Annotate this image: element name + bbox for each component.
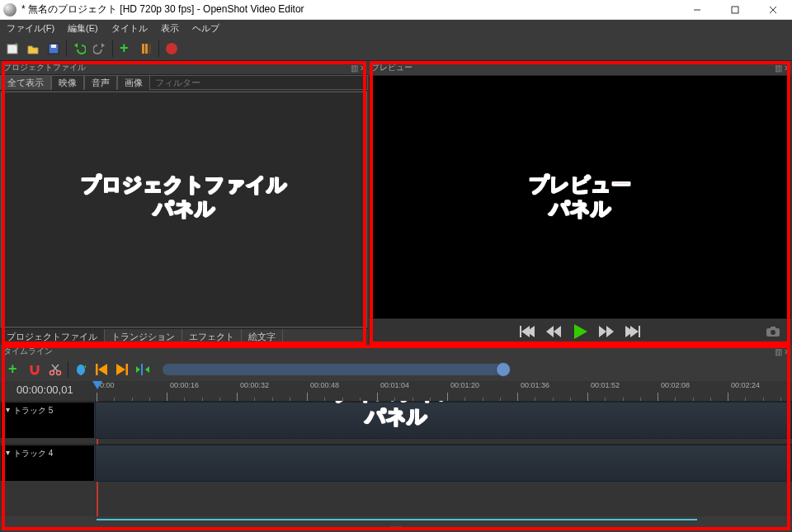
- play-icon[interactable]: [573, 324, 587, 341]
- menu-help[interactable]: ヘルプ: [186, 21, 226, 36]
- svg-rect-38: [141, 364, 143, 375]
- annotation-preview-line1: プレビュー: [370, 173, 790, 197]
- undo-button[interactable]: [70, 40, 88, 58]
- preview-close-icon[interactable]: ✕: [784, 64, 790, 73]
- app-icon: [3, 3, 16, 16]
- svg-point-12: [166, 43, 177, 54]
- rewind-icon[interactable]: [546, 326, 561, 339]
- project-files-panel-header: プロジェクトファイル ▥ ✕: [0, 61, 368, 74]
- svg-marker-37: [136, 366, 140, 373]
- preview-panel: プレビュー ▥ ✕ プレビュー パネル: [368, 61, 792, 345]
- tab-emoji[interactable]: 絵文字: [242, 329, 283, 345]
- svg-text:+: +: [14, 42, 18, 49]
- timeline-ruler[interactable]: 00:00:00,01 0:0000:00:1600:00:3200:00:48…: [0, 381, 792, 401]
- playhead-icon[interactable]: [92, 381, 102, 389]
- save-project-button[interactable]: [45, 40, 63, 58]
- svg-marker-34: [98, 364, 107, 375]
- snap-button[interactable]: [26, 360, 44, 379]
- timeline-panel: タイムライン ▥ ✕ + + 00:00:00,01 0:0000:00:160…: [0, 345, 792, 532]
- svg-marker-19: [599, 326, 606, 337]
- svg-rect-10: [145, 44, 148, 54]
- chevron-down-icon[interactable]: ▾: [6, 448, 10, 457]
- maximize-button[interactable]: [716, 0, 754, 20]
- menu-file[interactable]: ファイル(F): [0, 21, 61, 36]
- timeline-close-icon[interactable]: ✕: [784, 347, 790, 356]
- svg-marker-35: [116, 364, 125, 375]
- minimize-button[interactable]: [678, 0, 716, 20]
- add-track-button[interactable]: +: [5, 360, 23, 379]
- filter-tab-video[interactable]: 映像: [51, 75, 84, 90]
- menu-edit[interactable]: 編集(E): [61, 21, 105, 36]
- track-row: ▾ トラック 5: [0, 401, 792, 439]
- track-row: ▾ トラック 4: [0, 444, 792, 482]
- project-files-area[interactable]: プロジェクトファイル パネル: [1, 92, 367, 327]
- new-project-button[interactable]: +: [3, 40, 21, 58]
- next-marker-button[interactable]: [113, 360, 131, 379]
- svg-marker-39: [145, 366, 149, 373]
- annotation-preview-line2: パネル: [370, 197, 790, 221]
- window-titlebar: * 無名のプロジェクト [HD 720p 30 fps] - OpenShot …: [0, 0, 792, 20]
- import-files-button[interactable]: +: [116, 40, 134, 58]
- menu-title[interactable]: タイトル: [105, 21, 154, 36]
- annotation-project-line1: プロジェクトファイル: [2, 173, 366, 197]
- close-button[interactable]: [754, 0, 792, 20]
- filter-tab-audio[interactable]: 音声: [84, 75, 117, 90]
- svg-rect-33: [96, 364, 98, 375]
- fastforward-icon[interactable]: [599, 326, 614, 339]
- menu-view[interactable]: 表示: [154, 21, 186, 36]
- filter-tab-image[interactable]: 画像: [117, 75, 150, 90]
- timecode-display: 00:00:00,01: [16, 384, 73, 396]
- svg-rect-23: [639, 326, 640, 337]
- export-button[interactable]: [163, 40, 181, 58]
- svg-line-30: [53, 365, 59, 371]
- filter-input[interactable]: [150, 75, 368, 90]
- svg-rect-1: [732, 7, 738, 13]
- undock-icon[interactable]: ▥: [351, 64, 358, 73]
- preview-viewport[interactable]: プレビュー パネル: [369, 75, 791, 319]
- jump-start-icon[interactable]: [520, 326, 535, 339]
- annotation-project-line2: パネル: [2, 197, 366, 221]
- svg-point-25: [771, 330, 776, 335]
- close-panel-icon[interactable]: ✕: [360, 64, 366, 73]
- open-project-button[interactable]: [24, 40, 42, 58]
- tab-effects[interactable]: エフェクト: [182, 329, 242, 345]
- filter-tab-all[interactable]: 全て表示: [0, 75, 51, 90]
- preview-undock-icon[interactable]: ▥: [775, 64, 782, 73]
- svg-rect-11: [148, 44, 151, 54]
- redo-button[interactable]: [91, 40, 109, 58]
- jump-end-icon[interactable]: [625, 326, 640, 339]
- svg-text:+: +: [120, 41, 129, 56]
- svg-marker-22: [630, 326, 639, 337]
- track-label[interactable]: ▾ トラック 5: [0, 402, 95, 439]
- snapshot-icon[interactable]: [766, 326, 780, 339]
- prev-marker-button[interactable]: [92, 360, 111, 379]
- timeline-resize-handle[interactable]: ∙∙∙∙∙∙: [0, 523, 792, 530]
- menubar: ファイル(F) 編集(E) タイトル 表示 ヘルプ: [0, 20, 792, 36]
- chevron-down-icon[interactable]: ▾: [6, 405, 10, 414]
- project-files-panel-title: プロジェクトファイル: [3, 62, 86, 73]
- tab-project-files[interactable]: プロジェクトファイル: [0, 329, 105, 345]
- track-label[interactable]: ▾ トラック 4: [0, 445, 95, 482]
- zoom-slider[interactable]: [163, 364, 509, 375]
- timeline-tracks[interactable]: ▾ トラック 5 ▾ トラック 4 タイムライン パネル: [0, 401, 792, 516]
- razor-button[interactable]: [46, 360, 64, 379]
- profile-button[interactable]: [137, 40, 155, 58]
- add-marker-button[interactable]: +: [72, 360, 90, 379]
- main-toolbar: + +: [0, 36, 792, 61]
- center-playhead-button[interactable]: [134, 360, 152, 379]
- svg-line-31: [52, 365, 58, 371]
- svg-rect-13: [520, 326, 521, 337]
- track-name: トラック 5: [13, 405, 53, 417]
- track-name: トラック 4: [13, 448, 53, 459]
- svg-rect-26: [771, 327, 776, 329]
- zoom-handle[interactable]: [496, 362, 511, 377]
- tab-transitions[interactable]: トランジション: [105, 329, 182, 345]
- timeline-undock-icon[interactable]: ▥: [775, 347, 782, 356]
- svg-text:+: +: [8, 362, 17, 377]
- svg-rect-7: [51, 45, 56, 48]
- playback-controls: [368, 320, 792, 345]
- timeline-panel-title: タイムライン: [3, 346, 53, 357]
- svg-marker-16: [546, 326, 554, 337]
- track-body[interactable]: [95, 445, 792, 482]
- track-body[interactable]: [95, 402, 792, 439]
